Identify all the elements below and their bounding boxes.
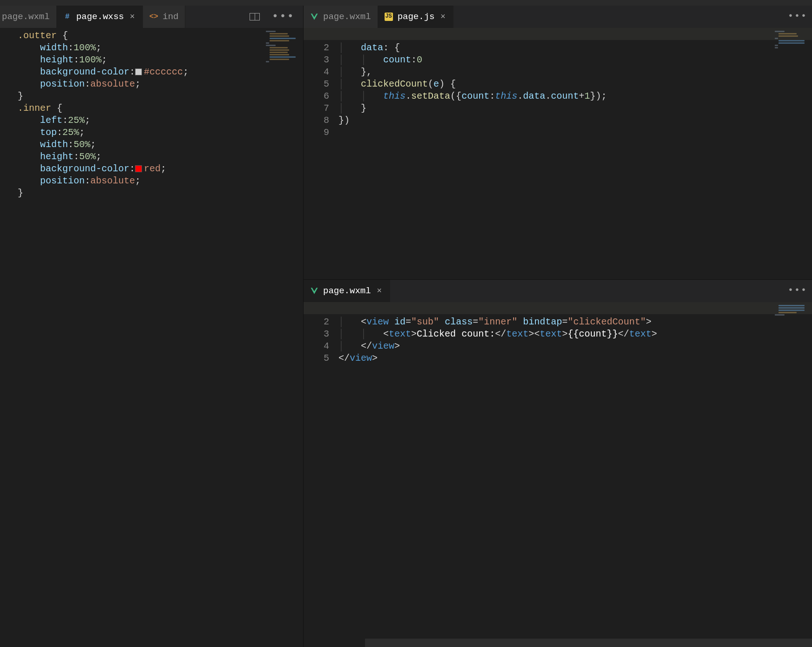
right-bottom-editor[interactable]: 12345 <view id="root" class="outter">│ <…	[304, 302, 812, 647]
close-icon[interactable]: ×	[439, 12, 447, 22]
code-content[interactable]: <view id="root" class="outter">│ <view i…	[338, 302, 657, 364]
tab-label: page.wxml	[323, 285, 371, 297]
vue-icon	[310, 13, 318, 21]
tab-label: page.wxml	[2, 11, 50, 22]
tab-index[interactable]: <> ind	[143, 6, 185, 28]
tab-page-wxss[interactable]: # page.wxss ×	[57, 6, 143, 28]
left-editor-group: page.wxml # page.wxss × <> ind •••	[0, 6, 304, 647]
hash-icon: #	[63, 13, 72, 21]
left-tab-actions: •••	[241, 10, 303, 24]
code-content[interactable]: Page({│ data: {│ │ count:0│ },│ clickedC…	[338, 28, 607, 139]
right-top-tabs: page.wxml JS page.js × •••	[304, 6, 812, 28]
close-icon[interactable]: ×	[376, 286, 383, 297]
split-editor-icon[interactable]	[250, 13, 260, 20]
right-top-editor[interactable]: 123456789 Page({│ data: {│ │ count:0│ },…	[304, 28, 812, 279]
code-content[interactable]: .outter { width:100%; height:100%; backg…	[18, 28, 189, 199]
horizontal-scrollbar[interactable]	[365, 639, 812, 647]
left-tabs: page.wxml # page.wxss × <> ind •••	[0, 6, 303, 28]
left-editor[interactable]: .outter { width:100%; height:100%; backg…	[0, 28, 303, 647]
tab-label: page.wxss	[76, 11, 124, 22]
tab-page-wxml-left[interactable]: page.wxml	[0, 6, 57, 28]
tab-page-js[interactable]: JS page.js ×	[378, 6, 454, 28]
tab-label: page.wxml	[323, 11, 371, 22]
vue-icon	[310, 287, 318, 295]
right-bottom-tabs: page.wxml × •••	[304, 280, 812, 302]
titlebar-stub	[0, 0, 812, 6]
gutter	[0, 28, 18, 199]
js-icon: JS	[385, 13, 393, 21]
more-icon[interactable]: •••	[788, 284, 807, 296]
tab-page-wxml-bottom[interactable]: page.wxml ×	[304, 280, 390, 302]
xml-icon: <>	[149, 13, 158, 21]
gutter: 123456789	[304, 28, 338, 139]
more-icon[interactable]: •••	[788, 10, 807, 22]
tab-page-wxml-top[interactable]: page.wxml	[304, 6, 378, 28]
gutter: 12345	[304, 302, 338, 364]
more-icon[interactable]: •••	[272, 10, 295, 24]
right-editor-group: page.wxml JS page.js × ••• 123456789 Pag…	[304, 6, 812, 647]
tab-label: page.js	[398, 11, 435, 22]
tab-label: ind	[162, 11, 178, 22]
close-icon[interactable]: ×	[129, 12, 136, 22]
